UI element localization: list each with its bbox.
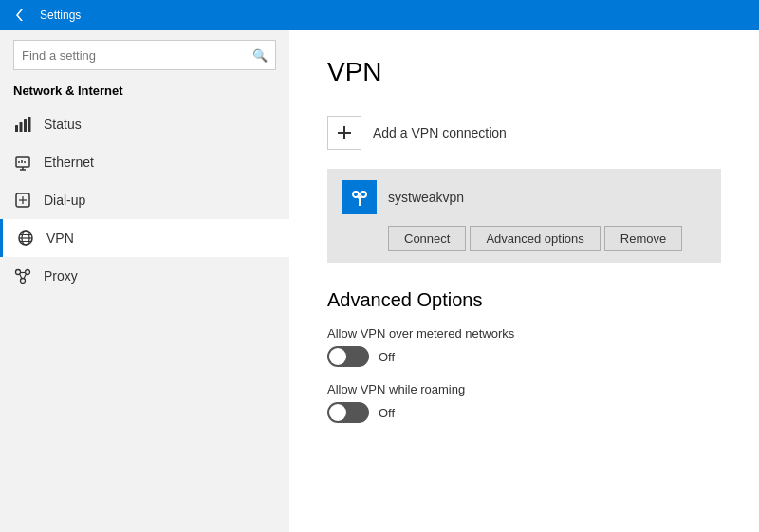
back-button[interactable] (11, 6, 30, 25)
svg-rect-26 (338, 132, 351, 134)
svg-marker-0 (16, 9, 23, 21)
svg-rect-5 (16, 157, 29, 167)
vpn-connection-item: systweakvpn Connect Advanced options Rem… (327, 169, 721, 263)
svg-rect-4 (28, 117, 31, 132)
option-row-metered: Allow VPN over metered networks Off (327, 326, 721, 367)
title-bar: Settings (0, 0, 759, 30)
toggle-roaming[interactable] (327, 402, 369, 423)
sidebar: 🔍 Network & Internet Status (0, 30, 289, 532)
add-vpn-row[interactable]: Add a VPN connection (327, 108, 721, 157)
page-title: VPN (327, 57, 721, 87)
svg-line-23 (20, 274, 23, 280)
search-container: 🔍 (0, 30, 289, 80)
proxy-icon (13, 266, 32, 285)
svg-rect-1 (15, 125, 18, 132)
search-input[interactable] (22, 48, 252, 63)
option-metered-label: Allow VPN over metered networks (327, 326, 721, 340)
search-box[interactable]: 🔍 (13, 40, 276, 70)
vpn-connection-name: systweakvpn (388, 190, 464, 205)
toggle-metered-label: Off (379, 350, 395, 364)
toggle-roaming-label: Off (379, 406, 395, 420)
sidebar-item-status[interactable]: Status (0, 105, 289, 143)
option-metered-toggle-row: Off (327, 346, 721, 367)
svg-line-30 (360, 196, 361, 199)
option-roaming-label: Allow VPN while roaming (327, 382, 721, 396)
option-roaming-toggle-row: Off (327, 402, 721, 423)
svg-line-24 (24, 274, 27, 280)
section-title: Network & Internet (0, 80, 289, 105)
svg-point-21 (21, 279, 26, 284)
sidebar-item-status-label: Status (44, 117, 82, 132)
ethernet-icon (13, 153, 32, 172)
vpn-connection-header: systweakvpn (342, 180, 706, 214)
sidebar-item-ethernet-label: Ethernet (44, 155, 94, 170)
add-vpn-label: Add a VPN connection (373, 125, 507, 140)
sidebar-item-vpn-label: VPN (46, 230, 74, 246)
vpn-connection-logo (342, 180, 377, 214)
search-icon: 🔍 (252, 48, 268, 63)
sidebar-item-dialup[interactable]: Dial-up (0, 181, 289, 219)
advanced-options-section: Advanced Options Allow VPN over metered … (327, 289, 721, 423)
sidebar-item-proxy[interactable]: Proxy (0, 257, 289, 295)
sidebar-item-proxy-label: Proxy (44, 268, 78, 284)
content-area: VPN Add a VPN connection (289, 30, 759, 532)
svg-rect-2 (20, 122, 23, 132)
sidebar-item-vpn[interactable]: VPN (0, 219, 289, 257)
sidebar-item-dialup-label: Dial-up (44, 193, 85, 208)
svg-point-28 (361, 192, 366, 197)
toggle-metered[interactable] (327, 346, 369, 367)
vpn-actions: Connect Advanced options Remove (342, 226, 706, 251)
advanced-options-title: Advanced Options (327, 289, 721, 311)
remove-button[interactable]: Remove (604, 226, 682, 251)
dialup-icon (13, 191, 32, 210)
sidebar-item-ethernet[interactable]: Ethernet (0, 143, 289, 181)
svg-rect-3 (24, 119, 27, 132)
add-vpn-icon (327, 116, 361, 150)
status-icon (13, 115, 32, 134)
vpn-icon (16, 229, 35, 248)
option-row-roaming: Allow VPN while roaming Off (327, 382, 721, 423)
advanced-options-button[interactable]: Advanced options (470, 226, 600, 251)
title-bar-text: Settings (40, 9, 81, 22)
svg-point-27 (353, 192, 359, 197)
connect-button[interactable]: Connect (388, 226, 466, 251)
